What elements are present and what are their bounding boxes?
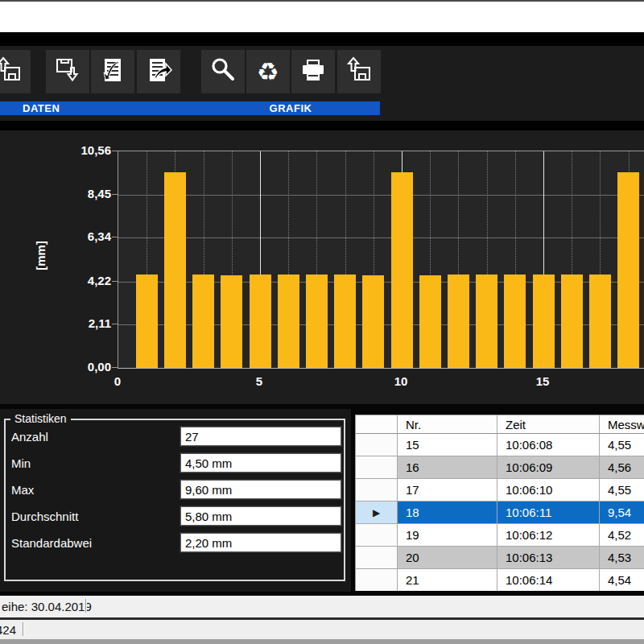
stat-field-anzahl[interactable] bbox=[180, 427, 341, 446]
measurement-table: Nr.ZeitMesswert1510:06:084,551610:06:094… bbox=[355, 415, 644, 591]
column-header-zeit[interactable]: Zeit bbox=[497, 415, 600, 434]
table-cell[interactable]: 17 bbox=[398, 479, 497, 502]
table-cell[interactable]: 4,53 bbox=[600, 547, 644, 569]
grafik-label-text: GRAFIK bbox=[270, 102, 312, 114]
chart-bar bbox=[136, 275, 158, 368]
table-cell[interactable]: 19 bbox=[398, 524, 497, 547]
table-cell[interactable]: 20 bbox=[398, 547, 497, 569]
import-document-button[interactable] bbox=[91, 50, 134, 93]
bottom-panel: Statistiken AnzahlMinMaxDurchschnittStan… bbox=[0, 404, 644, 596]
table-cell[interactable]: 10:06:14 bbox=[497, 569, 600, 591]
bar-chart: 0,002,114,226,348,4510,56051015 [mm] bbox=[0, 130, 644, 404]
y-tick-mark bbox=[112, 367, 118, 368]
table-cell[interactable]: 4,52 bbox=[600, 524, 644, 547]
y-tick-mark bbox=[112, 151, 118, 151]
stat-label-min: Min bbox=[11, 456, 31, 470]
table-cell[interactable]: 10:06:11 bbox=[497, 502, 600, 524]
application-window: ♻ DATEN bbox=[0, 0, 644, 644]
table-cell[interactable]: 10:06:10 bbox=[497, 479, 600, 502]
row-selector-cell[interactable] bbox=[356, 456, 398, 479]
table-row[interactable]: 1510:06:084,55 bbox=[356, 434, 644, 456]
row-selector-cell[interactable] bbox=[356, 434, 398, 456]
stat-field-durchschnitt[interactable] bbox=[180, 506, 341, 526]
selected-row-arrow-icon: ▶ bbox=[373, 507, 380, 518]
zoom-button[interactable] bbox=[201, 50, 245, 93]
table-row[interactable]: ▶1810:06:119,54 bbox=[356, 502, 644, 524]
stat-label-durchschnitt: Durchschnitt bbox=[11, 510, 78, 523]
row-selector-cell[interactable] bbox=[356, 569, 398, 591]
refresh-button[interactable]: ♻ bbox=[246, 50, 290, 93]
toolbar-group-daten: DATEN bbox=[0, 101, 201, 115]
row-selector-cell[interactable] bbox=[356, 524, 398, 547]
y-tick-mark bbox=[112, 324, 118, 324]
status-separator bbox=[23, 622, 24, 636]
magnifier-icon bbox=[208, 56, 237, 88]
toolbar-group-grafik: GRAFIK bbox=[201, 101, 380, 115]
stat-label-max: Max bbox=[11, 483, 34, 497]
x-tick-label: 15 bbox=[536, 374, 550, 388]
chart-bar bbox=[278, 275, 299, 368]
statistics-panel: Statistiken AnzahlMinMaxDurchschnittStan… bbox=[0, 409, 351, 592]
load-data-button[interactable] bbox=[0, 50, 31, 93]
floppy-up-arrow-icon bbox=[345, 56, 374, 88]
status-bar-2: 424 bbox=[0, 620, 644, 639]
y-tick-label: 6,34 bbox=[56, 229, 111, 243]
y-tick-label: 2,11 bbox=[56, 316, 111, 330]
table-cell[interactable]: 15 bbox=[398, 434, 497, 456]
stat-field-min[interactable] bbox=[180, 453, 341, 473]
stat-field-standardabwei[interactable] bbox=[180, 533, 341, 552]
daten-label-text: DATEN bbox=[23, 102, 60, 114]
table-cell[interactable]: 9,54 bbox=[600, 502, 644, 524]
chart-bar bbox=[533, 275, 555, 368]
row-selector-cell[interactable] bbox=[356, 547, 398, 569]
table-row[interactable]: 2010:06:134,53 bbox=[356, 547, 644, 569]
save-data-button[interactable] bbox=[46, 50, 89, 93]
chart-bar bbox=[250, 275, 271, 368]
table-cell[interactable]: 18 bbox=[398, 502, 497, 524]
status-series-date: eihe: 30.04.2019 bbox=[2, 596, 92, 617]
table-cell[interactable]: 10:06:09 bbox=[497, 456, 600, 479]
chart-bar bbox=[617, 172, 639, 368]
column-header-nr[interactable]: Nr. bbox=[398, 415, 497, 434]
floppy-up-arrow-icon bbox=[0, 56, 23, 88]
table-row[interactable]: 2110:06:144,54 bbox=[356, 569, 644, 591]
chart-bar bbox=[448, 275, 469, 368]
stat-field-max[interactable] bbox=[180, 480, 341, 499]
table-cell[interactable]: 4,55 bbox=[600, 479, 644, 502]
chart-plot-area bbox=[118, 151, 644, 369]
x-tick-label: 5 bbox=[256, 374, 262, 388]
table-cell[interactable]: 21 bbox=[398, 569, 497, 591]
table-cell[interactable]: 4,54 bbox=[600, 569, 644, 591]
export-document-button[interactable] bbox=[137, 50, 180, 93]
chart-bar bbox=[419, 275, 441, 368]
save-graphic-button[interactable] bbox=[337, 50, 381, 93]
column-header-messwert[interactable]: Messwert bbox=[600, 415, 644, 434]
table-corner-header[interactable] bbox=[356, 415, 398, 434]
table-cell[interactable]: 16 bbox=[398, 456, 497, 479]
statistics-title: Statistiken bbox=[10, 412, 71, 425]
table-cell[interactable]: 4,56 bbox=[600, 456, 644, 479]
chart-bar bbox=[192, 275, 214, 368]
y-tick-label: 0,00 bbox=[56, 360, 111, 374]
table-row[interactable]: 1610:06:094,56 bbox=[356, 456, 644, 479]
chart-bar bbox=[589, 275, 611, 368]
table-cell[interactable]: 10:06:08 bbox=[497, 434, 600, 456]
table-row[interactable]: 1710:06:104,55 bbox=[356, 479, 644, 502]
chart-bar bbox=[391, 172, 413, 368]
table-cell[interactable]: 10:06:13 bbox=[497, 547, 600, 569]
chart-bar bbox=[504, 275, 526, 368]
x-tick-label: 10 bbox=[394, 374, 408, 388]
chart-bar bbox=[476, 275, 497, 368]
table-cell[interactable]: 10:06:12 bbox=[497, 524, 600, 547]
x-tick-label: 0 bbox=[114, 374, 121, 388]
chart-bar bbox=[334, 275, 356, 368]
print-button[interactable] bbox=[291, 50, 335, 93]
y-tick-mark bbox=[112, 237, 118, 237]
separator-band bbox=[0, 121, 644, 130]
row-selector-cell[interactable] bbox=[356, 479, 398, 502]
table-cell[interactable]: 4,55 bbox=[600, 434, 644, 456]
row-selector-cell[interactable]: ▶ bbox=[356, 502, 398, 524]
y-axis-title: [mm] bbox=[34, 230, 47, 282]
printer-icon bbox=[299, 56, 328, 88]
table-row[interactable]: 1910:06:124,52 bbox=[356, 524, 644, 547]
